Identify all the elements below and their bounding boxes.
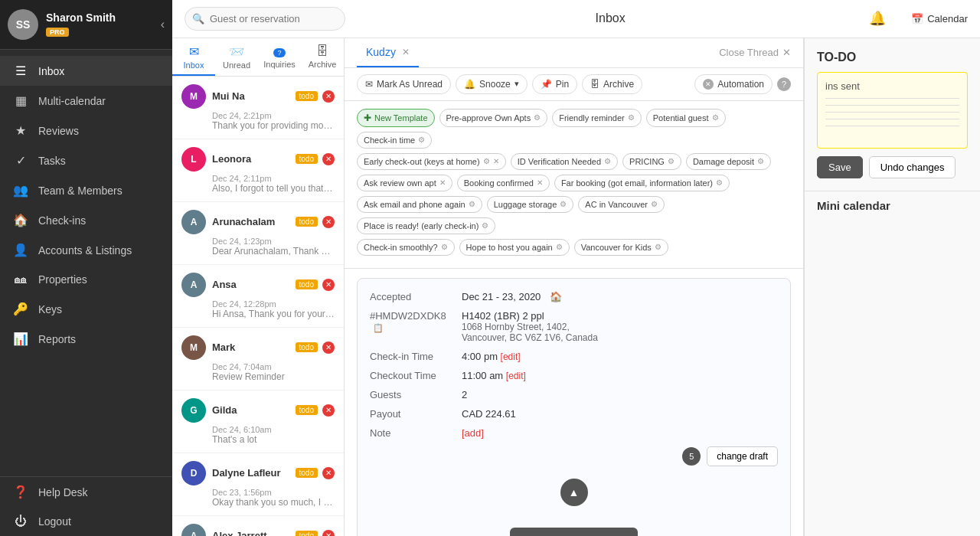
template-tag[interactable]: Ask email and phone again ⚙: [357, 196, 482, 213]
status-badge: todo: [296, 154, 318, 164]
remove-icon[interactable]: ✕: [537, 178, 543, 187]
avatar: D: [181, 461, 206, 485]
gear-icon[interactable]: ⚙: [534, 113, 541, 122]
alter-reservation-button[interactable]: Alter Reservation: [510, 528, 638, 536]
gear-icon[interactable]: ⚙: [482, 221, 488, 230]
gear-icon[interactable]: ⚙: [441, 243, 448, 251]
list-item[interactable]: A Ansa todo ✕ Dec 24, 12:28pm Hi Ansa, T…: [172, 265, 344, 328]
gear-icon[interactable]: ⚙: [604, 157, 611, 165]
template-tag[interactable]: PRICING ⚙: [622, 153, 681, 170]
template-label: Potential guest: [653, 113, 709, 123]
inbox-tab-icon: ✉: [189, 44, 199, 59]
collapse-button[interactable]: ‹: [161, 18, 165, 31]
gear-icon[interactable]: ⚙: [757, 157, 764, 165]
timestamp: Dec 24, 6:10am: [181, 425, 335, 434]
template-tag[interactable]: Damage deposit ⚙: [686, 153, 771, 170]
template-tag[interactable]: Check-in time ⚙: [357, 132, 432, 149]
snooze-button[interactable]: 🔔 Snooze ▾: [456, 74, 528, 94]
automation-button[interactable]: ✕ Automation: [694, 74, 773, 94]
avatar: A: [181, 210, 206, 234]
list-item[interactable]: A Alex Jarrett todo ✕ Dec 23, 9:13am Hi …: [172, 516, 344, 536]
sidebar-item-help-desk[interactable]: ❓ Help Desk: [0, 477, 172, 507]
search-input[interactable]: [185, 7, 345, 31]
list-item[interactable]: M Mui Na todo ✕ Dec 24, 2:21pm Thank you…: [172, 77, 344, 139]
tab-inquiries[interactable]: ? Inquiries: [258, 38, 301, 76]
note-add-button[interactable]: [add]: [462, 427, 484, 439]
sidebar-item-inbox[interactable]: ☰ Inbox: [0, 56, 172, 86]
checkin-edit-button[interactable]: [edit]: [501, 351, 521, 362]
sidebar-item-logout[interactable]: ⏻ Logout: [0, 507, 172, 536]
calendar-button[interactable]: 📅 Calendar: [907, 13, 968, 25]
gear-icon[interactable]: ⚙: [716, 178, 723, 187]
list-item[interactable]: D Dalyne Lafleur todo ✕ Dec 23, 1:56pm O…: [172, 453, 344, 516]
gear-icon[interactable]: ⚙: [483, 157, 490, 165]
template-tag[interactable]: Luggage storage ⚙: [487, 196, 574, 213]
notification-icon[interactable]: 🔔: [869, 10, 886, 27]
template-tag[interactable]: AC in Vancouver ⚙: [578, 196, 665, 213]
template-tag[interactable]: ID Verification Needed ⚙: [511, 153, 618, 170]
new-template-button[interactable]: ✚ New Template: [357, 109, 435, 127]
list-item[interactable]: M Mark todo ✕ Dec 24, 7:04am Review Remi…: [172, 328, 344, 391]
accounts-icon: 👤: [12, 243, 29, 257]
mark-unread-button[interactable]: ✉ Mark As Unread: [357, 74, 451, 94]
template-tag[interactable]: Friendly reminder ⚙: [552, 109, 642, 127]
avatar: L: [181, 147, 206, 172]
template-tag[interactable]: Ask review own apt ✕: [357, 175, 452, 191]
gear-icon[interactable]: ⚙: [418, 136, 425, 144]
template-tag[interactable]: Hope to host you again ⚙: [459, 239, 570, 256]
sidebar-item-reports[interactable]: 📊 Reports: [0, 324, 172, 354]
archive-button[interactable]: 🗄 Archive: [582, 74, 642, 94]
template-tag[interactable]: Early check-out (keys at home) ⚙ ✕: [357, 153, 506, 170]
gear-icon[interactable]: ⚙: [628, 113, 635, 122]
status-badge: todo: [296, 405, 318, 415]
template-tag[interactable]: Check-in smoothly? ⚙: [357, 239, 455, 256]
copy-icon[interactable]: 📋: [373, 323, 384, 332]
help-circle-icon[interactable]: ?: [777, 77, 791, 91]
template-tag[interactable]: Pre-approve Own Apts ⚙: [439, 109, 548, 127]
sidebar-item-tasks[interactable]: ✓ Tasks: [0, 145, 172, 175]
list-item[interactable]: A Arunachalam todo ✕ Dec 24, 1:23pm Dear…: [172, 202, 344, 265]
gear-icon[interactable]: ⚙: [556, 243, 563, 251]
calendar-icon: ▦: [12, 93, 29, 108]
thread-tab-kudzy[interactable]: Kudzy ✕: [357, 38, 419, 67]
gear-icon[interactable]: ⚙: [560, 200, 567, 208]
list-item[interactable]: L Leonora todo ✕ Dec 24, 2:11pm Also, I …: [172, 139, 344, 202]
tab-archive[interactable]: 🗄 Archive: [301, 38, 344, 76]
template-tag[interactable]: Place is ready! (early check-in) ⚙: [357, 217, 495, 234]
pin-button[interactable]: 📌 Pin: [532, 74, 577, 94]
scroll-up-button[interactable]: ▲: [560, 479, 588, 506]
gear-icon[interactable]: ⚙: [469, 200, 475, 208]
tab-unread[interactable]: 📨 Unread: [215, 38, 258, 76]
template-tag[interactable]: Far booking (got email, information late…: [554, 175, 730, 191]
close-thread-button[interactable]: Close Thread ✕: [719, 47, 791, 58]
template-tag[interactable]: Vancouver for Kids ⚙: [574, 239, 668, 256]
gear-icon[interactable]: ⚙: [651, 200, 658, 208]
gear-icon[interactable]: ⚙: [655, 243, 662, 251]
list-item[interactable]: G Gilda todo ✕ Dec 24, 6:10am That's a l…: [172, 391, 344, 453]
timestamp: Dec 24, 7:04am: [181, 362, 335, 371]
sidebar-item-label: Team & Members: [38, 185, 122, 197]
gear-icon[interactable]: ⚙: [668, 157, 675, 165]
calendar-icon: 📅: [911, 13, 923, 25]
undo-changes-button[interactable]: Undo changes: [869, 156, 956, 178]
todo-note-text: ins sent: [825, 80, 959, 92]
template-tag[interactable]: Potential guest ⚙: [646, 109, 726, 127]
save-button[interactable]: Save: [817, 156, 863, 178]
sidebar-item-accounts-listings[interactable]: 👤 Accounts & Listings: [0, 235, 172, 265]
template-tag[interactable]: Booking confirmed ✕: [457, 175, 550, 191]
remove-icon[interactable]: ✕: [439, 178, 446, 187]
sidebar-item-team-members[interactable]: 👥 Team & Members: [0, 175, 172, 205]
star-icon: ★: [12, 123, 29, 138]
sidebar-item-multi-calendar[interactable]: ▦ Multi-calendar: [0, 86, 172, 116]
checkout-edit-button[interactable]: [edit]: [506, 371, 526, 381]
sidebar-item-properties[interactable]: 🏘 Properties: [0, 265, 172, 294]
remove-icon[interactable]: ✕: [493, 157, 499, 165]
change-draft-button[interactable]: change draft: [707, 446, 778, 466]
gear-icon[interactable]: ⚙: [712, 113, 719, 122]
sidebar-item-check-ins[interactable]: 🏠 Check-ins: [0, 205, 172, 235]
tab-inbox[interactable]: ✉ Inbox: [172, 38, 215, 76]
sidebar-item-label: Inbox: [38, 65, 64, 77]
sidebar-item-reviews[interactable]: ★ Reviews: [0, 116, 172, 145]
sidebar-item-keys[interactable]: 🔑 Keys: [0, 294, 172, 324]
thread-tab-close-icon[interactable]: ✕: [402, 47, 410, 57]
